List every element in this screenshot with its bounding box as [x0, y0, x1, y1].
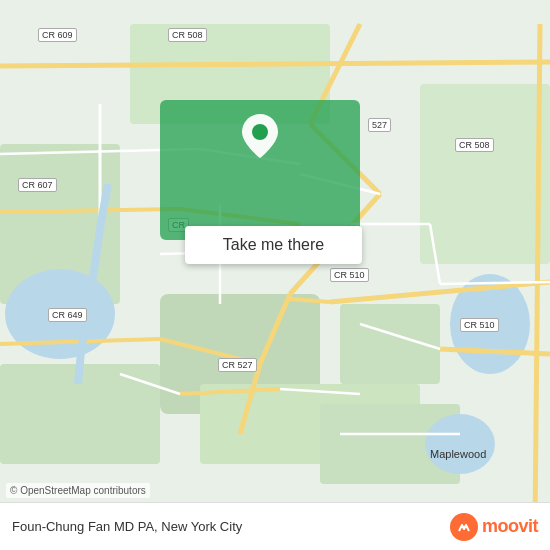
take-me-there-button[interactable]: Take me there: [185, 226, 362, 264]
bottom-bar: Foun-Chung Fan MD PA, New York City moov…: [0, 502, 550, 550]
svg-point-11: [425, 414, 495, 474]
road-label-cr508b: CR 508: [455, 138, 494, 152]
road-label-cr649: CR 649: [48, 308, 87, 322]
road-label-527: 527: [368, 118, 391, 132]
road-label-cr510b: CR 510: [460, 318, 499, 332]
moovit-logo: moovit: [450, 513, 538, 541]
map-highlight-overlay: [160, 100, 360, 240]
location-name: Foun-Chung Fan MD PA, New York City: [12, 519, 242, 534]
road-label-cr527b: CR 527: [218, 358, 257, 372]
road-label-cr508a: CR 508: [168, 28, 207, 42]
moovit-text: moovit: [482, 516, 538, 537]
road-label-cr609: CR 609: [38, 28, 77, 42]
road-label-cr607: CR 607: [18, 178, 57, 192]
maplewood-label: Maplewood: [430, 448, 486, 460]
svg-point-40: [252, 124, 268, 140]
location-pin-icon: [242, 114, 278, 158]
map-container: CR 609 CR 508 CR 508 CR 510 CR 510 CR 60…: [0, 0, 550, 550]
road-label-cr510a: CR 510: [330, 268, 369, 282]
osm-attribution: © OpenStreetMap contributors: [6, 483, 150, 498]
moovit-icon: [450, 513, 478, 541]
svg-rect-7: [420, 84, 550, 264]
